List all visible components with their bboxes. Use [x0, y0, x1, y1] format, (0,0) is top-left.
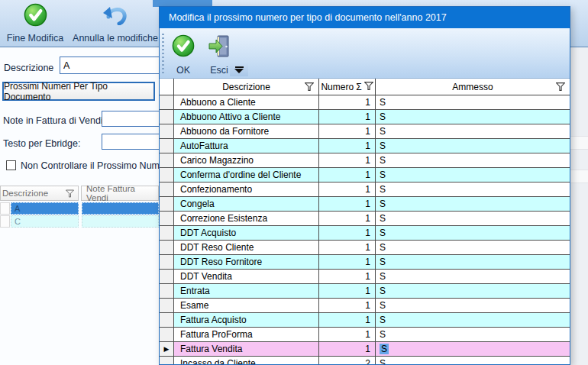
- left-table-header-note[interactable]: Note Fattura Vendi: [81, 186, 159, 201]
- toolbar-drag-handle[interactable]: [162, 34, 164, 73]
- row-selector[interactable]: [160, 153, 174, 167]
- cell-descrizione[interactable]: Fattura Acquisto: [174, 313, 319, 327]
- table-row[interactable]: Congela1S: [160, 197, 570, 212]
- cell-numero[interactable]: 1: [319, 124, 376, 138]
- row-selector[interactable]: [160, 124, 174, 138]
- row-selector[interactable]: [160, 357, 174, 364]
- filter-icon[interactable]: [556, 82, 565, 93]
- table-row[interactable]: Abbuono Attivo a Cliente1S: [160, 110, 570, 124]
- cell-numero[interactable]: 1: [319, 168, 376, 182]
- note-fattura-input[interactable]: [102, 111, 163, 127]
- filter-icon[interactable]: [305, 82, 314, 93]
- descrizione-input[interactable]: [60, 57, 163, 74]
- cell-descrizione[interactable]: Abbuono da Fornitore: [174, 124, 319, 138]
- left-table-cell[interactable]: [82, 215, 159, 228]
- row-selector[interactable]: [160, 226, 174, 240]
- cell-ammesso[interactable]: S: [376, 153, 570, 167]
- grid-header-numero[interactable]: Numero Σ: [319, 79, 376, 95]
- table-row[interactable]: Confezionamento1S: [160, 182, 570, 197]
- cell-numero[interactable]: 1: [319, 197, 376, 211]
- table-row[interactable]: Abbuono a Cliente1S: [160, 95, 570, 110]
- left-table-cell[interactable]: [82, 202, 159, 215]
- row-selector[interactable]: [160, 299, 174, 312]
- non-controllare-checkbox[interactable]: [6, 160, 16, 170]
- cell-descrizione[interactable]: AutoFattura: [174, 139, 319, 153]
- cell-ammesso[interactable]: S: [376, 284, 570, 298]
- dialog-titlebar[interactable]: Modifica il prossimo numero per tipo di …: [160, 7, 570, 28]
- cell-descrizione[interactable]: DDT Reso Cliente: [174, 241, 319, 254]
- cell-descrizione[interactable]: Correzione Esistenza: [174, 212, 319, 225]
- cell-descrizione[interactable]: Fattura ProForma: [174, 328, 319, 341]
- row-selector[interactable]: [160, 270, 174, 283]
- cell-ammesso[interactable]: S: [376, 241, 570, 254]
- cell-ammesso[interactable]: S: [376, 168, 570, 182]
- cell-descrizione[interactable]: Congela: [174, 197, 319, 211]
- row-selector[interactable]: [160, 182, 174, 196]
- left-table-cell[interactable]: A: [11, 202, 79, 215]
- row-selector[interactable]: [0, 215, 10, 228]
- grid-header-descrizione[interactable]: Descrizione: [174, 79, 319, 95]
- cell-descrizione[interactable]: Abbuono a Cliente: [174, 95, 319, 109]
- cell-numero[interactable]: 1: [319, 284, 376, 298]
- cell-descrizione[interactable]: Abbuono Attivo a Cliente: [174, 110, 319, 124]
- cell-descrizione[interactable]: DDT Vendita: [174, 270, 319, 283]
- cell-numero[interactable]: 1: [319, 212, 376, 225]
- cell-descrizione[interactable]: DDT Reso Fornitore: [174, 255, 319, 269]
- cell-descrizione[interactable]: Conferma d'ordine del Cliente: [174, 168, 319, 182]
- cell-numero[interactable]: 1: [319, 342, 376, 356]
- cell-descrizione[interactable]: Confezionamento: [174, 182, 319, 196]
- cell-ammesso[interactable]: S: [376, 139, 570, 153]
- cell-ammesso[interactable]: S: [376, 357, 570, 364]
- cell-numero[interactable]: 1: [319, 95, 376, 109]
- fine-modifica-button[interactable]: Fine Modifica: [2, 2, 69, 45]
- table-row[interactable]: Entrata1S: [160, 284, 570, 299]
- row-selector[interactable]: [160, 168, 174, 182]
- cell-descrizione[interactable]: Incasso da Cliente: [174, 357, 319, 364]
- table-row[interactable]: Carico Magazzino1S: [160, 153, 570, 168]
- table-row[interactable]: Correzione Esistenza1S: [160, 212, 570, 226]
- left-table-header-descrizione[interactable]: Descrizione: [0, 186, 79, 201]
- cell-numero[interactable]: 1: [319, 255, 376, 269]
- table-row[interactable]: Esame1S: [160, 299, 570, 313]
- table-row[interactable]: Fattura ProForma1S: [160, 328, 570, 342]
- cell-descrizione[interactable]: Entrata: [174, 284, 319, 298]
- row-selector[interactable]: [160, 313, 174, 327]
- cell-numero[interactable]: 1: [319, 270, 376, 283]
- cell-ammesso[interactable]: S: [376, 212, 570, 225]
- cell-ammesso[interactable]: S: [376, 328, 570, 341]
- row-selector[interactable]: [160, 110, 174, 124]
- row-selector[interactable]: [160, 255, 174, 269]
- annulla-modifiche-button[interactable]: Annulla le modifiche: [70, 2, 160, 45]
- cell-ammesso[interactable]: S: [376, 299, 570, 312]
- prossimi-numeri-button[interactable]: Prossimi Numeri Per Tipo Documento: [2, 82, 155, 101]
- table-row[interactable]: Conferma d'ordine del Cliente1S: [160, 168, 570, 182]
- table-row[interactable]: DDT Vendita1S: [160, 270, 570, 284]
- table-row[interactable]: AutoFattura1S: [160, 139, 570, 153]
- cell-numero[interactable]: 2: [319, 357, 376, 364]
- toolbar-overflow-dropdown[interactable]: [230, 63, 248, 76]
- cell-numero[interactable]: 1: [319, 153, 376, 167]
- table-row[interactable]: DDT Reso Fornitore1S: [160, 255, 570, 270]
- row-selector[interactable]: [160, 241, 174, 254]
- table-row[interactable]: DDT Acquisto1S: [160, 226, 570, 241]
- cell-ammesso[interactable]: S: [376, 95, 570, 109]
- cell-numero[interactable]: 1: [319, 328, 376, 341]
- table-row[interactable]: DDT Reso Cliente1S: [160, 241, 570, 255]
- cell-ammesso[interactable]: S: [376, 110, 570, 124]
- ebridge-input[interactable]: [102, 134, 163, 150]
- cell-ammesso[interactable]: S: [376, 226, 570, 240]
- cell-ammesso[interactable]: S: [376, 197, 570, 211]
- cell-numero[interactable]: 1: [319, 139, 376, 153]
- cell-ammesso[interactable]: S: [376, 342, 570, 356]
- row-selector[interactable]: [160, 139, 174, 153]
- row-selector[interactable]: [160, 328, 174, 341]
- left-table-cell[interactable]: C: [11, 215, 79, 228]
- row-selector[interactable]: [160, 284, 174, 298]
- row-selector[interactable]: [0, 202, 10, 215]
- cell-numero[interactable]: 1: [319, 299, 376, 312]
- cell-descrizione[interactable]: DDT Acquisto: [174, 226, 319, 240]
- row-selector-arrow[interactable]: ▶: [160, 342, 174, 356]
- cell-numero[interactable]: 1: [319, 226, 376, 240]
- cell-descrizione[interactable]: Carico Magazzino: [174, 153, 319, 167]
- table-row[interactable]: ▶Fattura Vendita1S: [160, 342, 570, 357]
